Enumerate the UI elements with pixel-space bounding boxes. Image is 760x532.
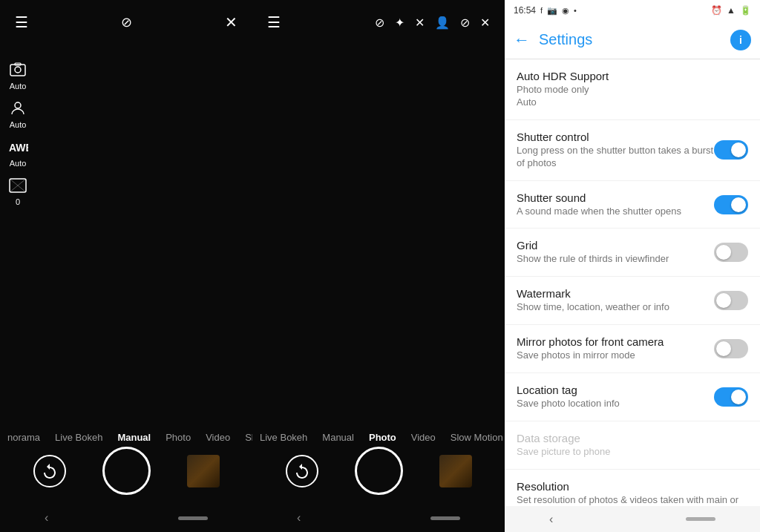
mirror-photos-subtitle: Save photos in mirror mode bbox=[517, 349, 714, 362]
info-button[interactable]: i bbox=[730, 30, 751, 50]
flash-icon-left[interactable]: ✕ bbox=[225, 13, 238, 31]
watermark-content: Watermark Show time, location, weather o… bbox=[517, 287, 714, 314]
mode-manual[interactable]: Manual bbox=[117, 432, 151, 443]
shutter-button-right[interactable] bbox=[355, 447, 403, 495]
mode-norama[interactable]: norama bbox=[7, 432, 40, 443]
menu-icon-left[interactable]: ☰ bbox=[15, 13, 28, 31]
no-filter-icon-right[interactable]: ⊘ bbox=[375, 16, 384, 30]
top-bar-left: ☰ ⊘ ✕ bbox=[0, 0, 252, 45]
shutter-control-toggle[interactable] bbox=[714, 140, 748, 160]
resolution-subtitle: Set resolution of photos & videos taken … bbox=[517, 494, 748, 506]
auto-hdr-title: Auto HDR Support bbox=[517, 70, 748, 82]
mirror-photos-toggle[interactable] bbox=[714, 339, 748, 358]
settings-item-data-storage: Data storage Save picture to phone bbox=[505, 421, 760, 470]
watermark-subtitle: Show time, location, weather or info bbox=[517, 301, 714, 314]
mode-live-bokeh-right[interactable]: Live Bokeh bbox=[260, 432, 307, 443]
grid-toggle[interactable] bbox=[714, 243, 748, 262]
nav-arrow-left[interactable]: ‹ bbox=[45, 511, 48, 525]
location-tag-title: Location tag bbox=[517, 384, 714, 396]
nav-pill-left bbox=[178, 516, 208, 520]
data-storage-content: Data storage Save picture to phone bbox=[517, 432, 748, 459]
watermark-toggle[interactable] bbox=[714, 291, 748, 310]
grid-title: Grid bbox=[517, 239, 714, 252]
camera-panel-right: ☰ ⊘ ✦ ✕ 👤 ⊘ ✕ Live Bokeh Manual Photo Vi… bbox=[252, 0, 505, 532]
portrait-icon-right[interactable]: 👤 bbox=[435, 16, 450, 30]
timer-icon-left[interactable]: ⊘ bbox=[121, 14, 132, 30]
auto-hdr-content: Auto HDR Support Photo mode onlyAuto bbox=[517, 70, 748, 109]
camera-panel-left: ☰ ⊘ ✕ Auto Auto bbox=[0, 0, 252, 532]
filter-item[interactable]: 0 bbox=[7, 175, 28, 206]
bottom-controls-left bbox=[0, 447, 252, 495]
location-tag-subtitle: Save photo location info bbox=[517, 398, 714, 410]
settings-item-grid[interactable]: Grid Show the rule of thirds in viewfind… bbox=[505, 229, 760, 277]
mirror-photos-content: Mirror photos for front camera Save phot… bbox=[517, 335, 714, 362]
location-tag-content: Location tag Save photo location info bbox=[517, 384, 714, 410]
side-icons-left: Auto Auto AWB Auto 0 bbox=[7, 59, 28, 206]
settings-list: Auto HDR Support Photo mode onlyAuto Shu… bbox=[505, 59, 760, 506]
svg-point-3 bbox=[15, 102, 21, 108]
mode-video-right[interactable]: Video bbox=[411, 432, 436, 443]
auto-hdr-subtitle: Photo mode onlyAuto bbox=[517, 84, 748, 109]
thumbnail-right[interactable] bbox=[439, 455, 472, 487]
data-storage-subtitle: Save picture to phone bbox=[517, 446, 748, 459]
bottom-nav-left: ‹ bbox=[0, 511, 252, 525]
timer-icon-right[interactable]: ⊘ bbox=[460, 16, 470, 30]
data-storage-title: Data storage bbox=[517, 432, 748, 444]
settings-title: Settings bbox=[539, 31, 721, 48]
location-tag-toggle[interactable] bbox=[714, 387, 748, 407]
shutter-sound-title: Shutter sound bbox=[517, 191, 714, 204]
settings-panel: 16:54 f 📷 ◉ • ⏰ ▲ 🔋 ← Settings i Auto HD… bbox=[505, 0, 760, 532]
settings-item-watermark[interactable]: Watermark Show time, location, weather o… bbox=[505, 277, 760, 325]
mode-photo[interactable]: Photo bbox=[166, 432, 191, 443]
mode-live-bokeh[interactable]: Live Bokeh bbox=[55, 432, 102, 443]
thumbnail-left[interactable] bbox=[187, 455, 220, 487]
awb-item[interactable]: AWB Auto bbox=[7, 137, 28, 168]
settings-item-shutter-control[interactable]: Shutter control Long press on the shutte… bbox=[505, 120, 760, 181]
shutter-sound-subtitle: A sound made when the shutter opens bbox=[517, 206, 714, 218]
camera-status-icon: 📷 bbox=[547, 6, 557, 16]
photo-mode-item[interactable]: Auto bbox=[7, 59, 28, 91]
shutter-control-subtitle: Long press on the shutter button takes a… bbox=[517, 145, 714, 170]
menu-icon-right[interactable]: ☰ bbox=[267, 13, 281, 31]
settings-nav-pill bbox=[686, 517, 715, 521]
settings-back-arrow[interactable]: ‹ bbox=[549, 513, 553, 526]
settings-header: ← Settings i bbox=[505, 21, 760, 59]
settings-bottom-nav: ‹ bbox=[505, 506, 760, 532]
shutter-sound-content: Shutter sound A sound made when the shut… bbox=[517, 191, 714, 218]
settings-item-auto-hdr[interactable]: Auto HDR Support Photo mode onlyAuto bbox=[505, 59, 760, 120]
mode-sk[interactable]: Sk bbox=[245, 432, 252, 443]
portrait-item[interactable]: Auto bbox=[7, 98, 28, 129]
flash2-icon-right[interactable]: ✕ bbox=[480, 16, 490, 30]
grid-subtitle: Show the rule of thirds in viewfinder bbox=[517, 253, 714, 266]
shutter-control-content: Shutter control Long press on the shutte… bbox=[517, 131, 714, 170]
shutter-button-left[interactable] bbox=[102, 447, 151, 495]
bottom-controls-right bbox=[252, 447, 505, 495]
settings-item-shutter-sound[interactable]: Shutter sound A sound made when the shut… bbox=[505, 181, 760, 229]
battery-icon: 🔋 bbox=[740, 5, 751, 16]
status-right: ⏰ ▲ 🔋 bbox=[711, 5, 751, 16]
facebook-icon: f bbox=[540, 6, 543, 15]
settings-item-resolution[interactable]: Resolution Set resolution of photos & vi… bbox=[505, 470, 760, 506]
nav-arrow-right[interactable]: ‹ bbox=[297, 511, 301, 525]
instagram-icon: ◉ bbox=[562, 6, 569, 16]
svg-point-1 bbox=[15, 67, 21, 73]
shutter-sound-toggle[interactable] bbox=[714, 195, 748, 214]
back-button[interactable]: ← bbox=[514, 30, 530, 50]
flip-camera-button-right[interactable] bbox=[286, 455, 318, 487]
mode-slow-motion-right[interactable]: Slow Motion bbox=[451, 432, 503, 443]
settings-item-location-tag[interactable]: Location tag Save photo location info bbox=[505, 373, 760, 421]
flash-off-icon-right[interactable]: ✕ bbox=[415, 16, 425, 30]
alarm-icon: ⏰ bbox=[711, 5, 722, 16]
status-bar: 16:54 f 📷 ◉ • ⏰ ▲ 🔋 bbox=[505, 0, 760, 21]
sticker-icon-right[interactable]: ✦ bbox=[395, 16, 404, 30]
mode-photo-right[interactable]: Photo bbox=[369, 432, 396, 443]
flip-camera-button-left[interactable] bbox=[33, 455, 66, 487]
settings-item-mirror-photos[interactable]: Mirror photos for front camera Save phot… bbox=[505, 325, 760, 373]
svg-text:AWB: AWB bbox=[9, 142, 28, 154]
mode-video[interactable]: Video bbox=[206, 432, 230, 443]
wifi-icon: ▲ bbox=[727, 5, 736, 16]
mode-manual-right[interactable]: Manual bbox=[322, 432, 354, 443]
resolution-content: Resolution Set resolution of photos & vi… bbox=[517, 480, 748, 506]
status-left: 16:54 f 📷 ◉ • bbox=[514, 5, 577, 16]
dot-icon: • bbox=[574, 6, 577, 15]
